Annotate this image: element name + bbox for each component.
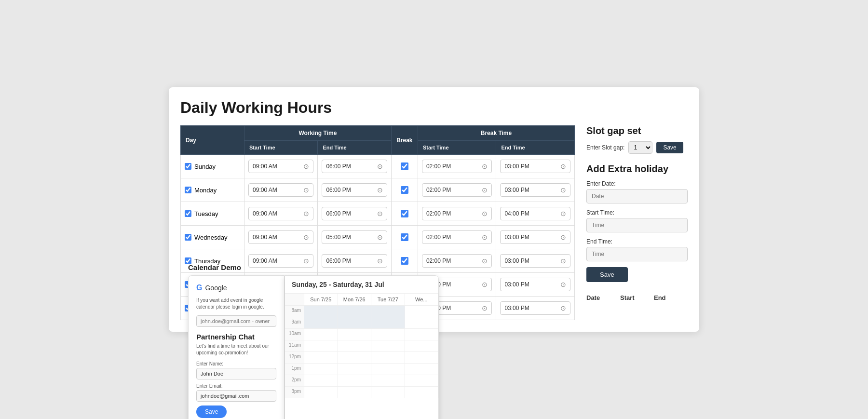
cell-tue-12[interactable] <box>371 352 405 364</box>
break-start-cell-0: 02:00 PM ⊙ <box>418 155 496 178</box>
cell-mon-10[interactable] <box>338 329 372 340</box>
cell-sun-11[interactable] <box>304 340 338 352</box>
cell-wed-2[interactable] <box>405 375 439 387</box>
break-end-wrapper-2[interactable]: 04:00 PM ⊙ <box>500 207 570 220</box>
break-end-wrapper-0[interactable]: 03:00 PM ⊙ <box>500 160 570 173</box>
cell-mon-11[interactable] <box>338 340 372 352</box>
end-time-cell-0: 06:00 PM ⊙ <box>318 155 391 178</box>
break-end-wrapper-6[interactable]: 03:00 PM ⊙ <box>500 301 570 315</box>
break-start-value-4: 02:00 PM <box>426 257 451 264</box>
cell-tue-8[interactable] <box>371 306 405 317</box>
break-checkbox-2[interactable] <box>401 210 408 217</box>
break-check-cell-4 <box>391 249 418 273</box>
cell-tue-3[interactable] <box>371 387 405 398</box>
end-time-value-4: 06:00 PM <box>326 257 351 264</box>
clock-icon-bend-4: ⊙ <box>560 257 566 265</box>
break-checkbox-0[interactable] <box>401 162 408 170</box>
break-end-wrapper-4[interactable]: 03:00 PM ⊙ <box>500 254 570 268</box>
start-time-wrapper-3[interactable]: 09:00 AM ⊙ <box>248 230 313 244</box>
date-label: Enter Date: <box>586 180 688 187</box>
google-email-input[interactable] <box>196 315 276 327</box>
partnership-description: Let's find a time to meet about our upco… <box>196 343 276 356</box>
save-holiday-button[interactable]: Save <box>586 267 628 282</box>
end-time-input[interactable] <box>586 247 688 261</box>
cell-mon-12[interactable] <box>338 352 372 364</box>
end-time-wrapper-3[interactable]: 05:00 PM ⊙ <box>322 230 387 244</box>
cell-wed-11[interactable] <box>405 340 439 352</box>
cell-wed-9[interactable] <box>405 317 439 329</box>
cell-tue-10[interactable] <box>371 329 405 340</box>
save-form-button[interactable]: Save <box>196 405 227 418</box>
table-row: Sunday 09:00 AM ⊙ 06:00 PM ⊙ 02 <box>181 155 575 178</box>
clock-icon-bstart-3: ⊙ <box>482 233 488 241</box>
cell-mon-3[interactable] <box>338 387 372 398</box>
clock-icon-bend-6: ⊙ <box>560 304 566 312</box>
break-start-wrapper-2[interactable]: 02:00 PM ⊙ <box>422 207 492 220</box>
slot-gap-row: Enter Slot gap: 1 2 3 5 10 15 30 Save <box>586 141 688 154</box>
slot-gap-save-button[interactable]: Save <box>656 142 683 153</box>
end-time-wrapper-2[interactable]: 06:00 PM ⊙ <box>322 207 387 220</box>
cell-sun-8[interactable] <box>304 306 338 317</box>
end-time-wrapper-1[interactable]: 06:00 PM ⊙ <box>322 183 387 197</box>
end-time-value-0: 06:00 PM <box>326 163 351 170</box>
google-brand-name: Google <box>205 284 227 292</box>
cell-wed-1[interactable] <box>405 364 439 375</box>
end-time-field-group: End Time: <box>586 238 688 267</box>
cell-mon-1[interactable] <box>338 364 372 375</box>
calendar-grid: Sun 7/25 Mon 7/26 Tue 7/27 We... 8am 9am… <box>285 294 438 398</box>
end-time-wrapper-0[interactable]: 06:00 PM ⊙ <box>322 160 387 173</box>
start-time-wrapper-4[interactable]: 09:00 AM ⊙ <box>248 254 313 268</box>
start-time-input[interactable] <box>586 218 688 232</box>
cell-sun-12[interactable] <box>304 352 338 364</box>
break-end-wrapper-3[interactable]: 03:00 PM ⊙ <box>500 230 570 244</box>
slot-gap-select[interactable]: 1 2 3 5 10 15 30 <box>628 141 652 154</box>
calendar-panel: Sunday, 25 - Saturday, 31 Jul Sun 7/25 M… <box>285 275 439 419</box>
start-time-wrapper-2[interactable]: 09:00 AM ⊙ <box>248 207 313 220</box>
cell-tue-11[interactable] <box>371 340 405 352</box>
break-end-cell-6: 03:00 PM ⊙ <box>496 297 575 320</box>
email-input[interactable] <box>196 390 276 402</box>
cell-sun-10[interactable] <box>304 329 338 340</box>
cell-sun-3[interactable] <box>304 387 338 398</box>
cell-wed-8[interactable] <box>405 306 439 317</box>
break-start-wrapper-0[interactable]: 02:00 PM ⊙ <box>422 160 492 173</box>
cell-mon-8[interactable] <box>338 306 372 317</box>
day-checkbox-tuesday[interactable] <box>185 210 191 217</box>
break-checkbox-1[interactable] <box>401 186 408 194</box>
cell-wed-12[interactable] <box>405 352 439 364</box>
break-end-wrapper-1[interactable]: 03:00 PM ⊙ <box>500 183 570 197</box>
break-end-value-5: 03:00 PM <box>504 281 529 288</box>
name-input[interactable] <box>196 368 276 379</box>
cell-tue-9[interactable] <box>371 317 405 329</box>
end-time-wrapper-4[interactable]: 06:00 PM ⊙ <box>322 254 387 268</box>
break-checkbox-3[interactable] <box>401 233 408 241</box>
cell-sun-9[interactable] <box>304 317 338 329</box>
date-input[interactable] <box>586 189 688 203</box>
break-checkbox-4[interactable] <box>401 257 408 265</box>
start-time-label: Start Time: <box>586 209 688 216</box>
clock-icon-end-2: ⊙ <box>377 210 383 217</box>
break-start-wrapper-3[interactable]: 02:00 PM ⊙ <box>422 230 492 244</box>
break-end-value-6: 03:00 PM <box>504 305 529 311</box>
start-time-wrapper-0[interactable]: 09:00 AM ⊙ <box>248 160 313 173</box>
start-time-wrapper-1[interactable]: 09:00 AM ⊙ <box>248 183 313 197</box>
clock-icon-end-3: ⊙ <box>377 233 383 241</box>
end-time-subheader: End Time <box>318 141 391 155</box>
cell-mon-2[interactable] <box>338 375 372 387</box>
cell-wed-3[interactable] <box>405 387 439 398</box>
cell-tue-2[interactable] <box>371 375 405 387</box>
break-end-value-0: 03:00 PM <box>504 163 529 170</box>
break-start-wrapper-1[interactable]: 02:00 PM ⊙ <box>422 183 492 197</box>
day-checkbox-sunday[interactable] <box>185 163 191 170</box>
day-checkbox-monday[interactable] <box>185 187 191 193</box>
cell-wed-10[interactable] <box>405 329 439 340</box>
day-checkbox-wednesday[interactable] <box>185 234 191 241</box>
cell-tue-1[interactable] <box>371 364 405 375</box>
break-start-wrapper-4[interactable]: 02:00 PM ⊙ <box>422 254 492 268</box>
break-end-wrapper-5[interactable]: 03:00 PM ⊙ <box>500 278 570 291</box>
cell-sun-1[interactable] <box>304 364 338 375</box>
cell-mon-9[interactable] <box>338 317 372 329</box>
clock-icon-end-1: ⊙ <box>377 186 383 194</box>
cell-sun-2[interactable] <box>304 375 338 387</box>
start-time-value-3: 09:00 AM <box>253 234 277 241</box>
